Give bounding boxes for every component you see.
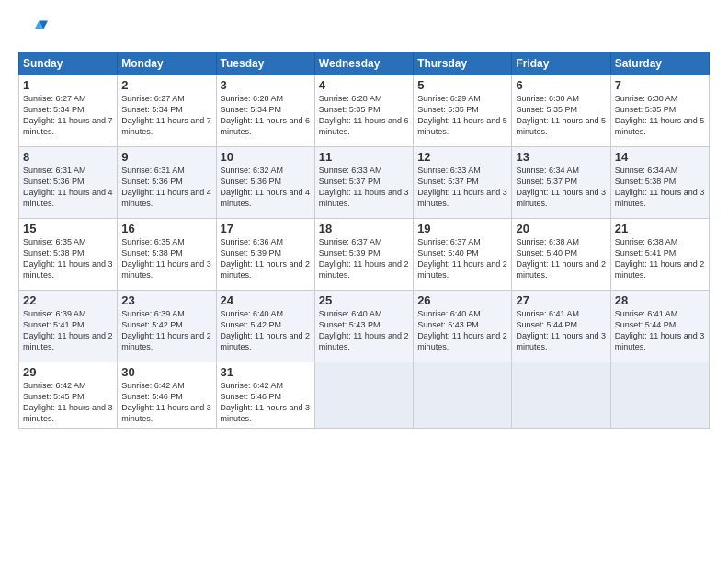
day-number: 8 <box>23 150 113 164</box>
day-number: 12 <box>417 150 507 164</box>
calendar-cell: 11Sunrise: 6:33 AMSunset: 5:37 PMDayligh… <box>314 147 413 219</box>
logo <box>18 15 51 44</box>
calendar-cell: 7Sunrise: 6:30 AMSunset: 5:35 PMDaylight… <box>610 75 709 147</box>
day-number: 2 <box>121 78 211 92</box>
calendar-header-friday: Friday <box>512 52 610 75</box>
calendar-cell: 26Sunrise: 6:40 AMSunset: 5:43 PMDayligh… <box>414 291 512 362</box>
day-number: 9 <box>121 150 211 164</box>
calendar-week-row: 22Sunrise: 6:39 AMSunset: 5:41 PMDayligh… <box>19 291 710 362</box>
cell-details: Sunrise: 6:39 AMSunset: 5:41 PMDaylight:… <box>23 308 113 353</box>
day-number: 21 <box>615 222 705 236</box>
calendar-header-wednesday: Wednesday <box>314 52 413 75</box>
header <box>18 15 710 44</box>
day-number: 4 <box>319 78 409 92</box>
calendar-header-row: SundayMondayTuesdayWednesdayThursdayFrid… <box>19 52 710 75</box>
calendar-cell: 29Sunrise: 6:42 AMSunset: 5:45 PMDayligh… <box>19 362 118 429</box>
calendar-week-row: 15Sunrise: 6:35 AMSunset: 5:38 PMDayligh… <box>19 219 710 291</box>
cell-details: Sunrise: 6:42 AMSunset: 5:46 PMDaylight:… <box>121 380 211 425</box>
day-number: 20 <box>516 222 606 236</box>
calendar-cell <box>610 362 709 429</box>
calendar-cell: 1Sunrise: 6:27 AMSunset: 5:34 PMDaylight… <box>19 75 118 147</box>
calendar-cell: 31Sunrise: 6:42 AMSunset: 5:46 PMDayligh… <box>216 362 314 429</box>
day-number: 6 <box>516 78 606 92</box>
calendar-cell: 8Sunrise: 6:31 AMSunset: 5:36 PMDaylight… <box>19 147 118 219</box>
cell-details: Sunrise: 6:40 AMSunset: 5:43 PMDaylight:… <box>319 308 409 353</box>
calendar-header-sunday: Sunday <box>19 52 118 75</box>
calendar-table: SundayMondayTuesdayWednesdayThursdayFrid… <box>18 52 710 429</box>
cell-details: Sunrise: 6:33 AMSunset: 5:37 PMDaylight:… <box>417 165 507 210</box>
cell-details: Sunrise: 6:33 AMSunset: 5:37 PMDaylight:… <box>319 165 409 210</box>
calendar-cell: 12Sunrise: 6:33 AMSunset: 5:37 PMDayligh… <box>414 147 512 219</box>
cell-details: Sunrise: 6:36 AMSunset: 5:39 PMDaylight:… <box>221 236 311 282</box>
calendar-cell: 5Sunrise: 6:29 AMSunset: 5:35 PMDaylight… <box>414 75 512 147</box>
calendar-cell: 19Sunrise: 6:37 AMSunset: 5:40 PMDayligh… <box>414 219 512 291</box>
cell-details: Sunrise: 6:42 AMSunset: 5:46 PMDaylight:… <box>221 380 311 425</box>
cell-details: Sunrise: 6:42 AMSunset: 5:45 PMDaylight:… <box>23 380 113 425</box>
calendar-cell: 17Sunrise: 6:36 AMSunset: 5:39 PMDayligh… <box>216 219 314 291</box>
cell-details: Sunrise: 6:41 AMSunset: 5:44 PMDaylight:… <box>615 308 705 353</box>
calendar-cell: 20Sunrise: 6:38 AMSunset: 5:40 PMDayligh… <box>512 219 610 291</box>
calendar-cell: 22Sunrise: 6:39 AMSunset: 5:41 PMDayligh… <box>19 291 118 362</box>
cell-details: Sunrise: 6:38 AMSunset: 5:40 PMDaylight:… <box>516 236 606 282</box>
cell-details: Sunrise: 6:41 AMSunset: 5:44 PMDaylight:… <box>516 308 606 353</box>
calendar-cell: 23Sunrise: 6:39 AMSunset: 5:42 PMDayligh… <box>118 291 216 362</box>
day-number: 10 <box>221 150 311 164</box>
page: SundayMondayTuesdayWednesdayThursdayFrid… <box>0 0 728 563</box>
cell-details: Sunrise: 6:27 AMSunset: 5:34 PMDaylight:… <box>23 93 113 138</box>
day-number: 27 <box>516 293 606 307</box>
day-number: 5 <box>417 78 507 92</box>
calendar-cell: 24Sunrise: 6:40 AMSunset: 5:42 PMDayligh… <box>216 291 314 362</box>
calendar-header-thursday: Thursday <box>414 52 512 75</box>
calendar-cell: 15Sunrise: 6:35 AMSunset: 5:38 PMDayligh… <box>19 219 118 291</box>
calendar-cell: 21Sunrise: 6:38 AMSunset: 5:41 PMDayligh… <box>610 219 709 291</box>
calendar-cell: 28Sunrise: 6:41 AMSunset: 5:44 PMDayligh… <box>610 291 709 362</box>
cell-details: Sunrise: 6:37 AMSunset: 5:40 PMDaylight:… <box>417 236 507 282</box>
day-number: 19 <box>417 222 507 236</box>
calendar-header-saturday: Saturday <box>610 52 709 75</box>
cell-details: Sunrise: 6:35 AMSunset: 5:38 PMDaylight:… <box>121 236 211 282</box>
cell-details: Sunrise: 6:40 AMSunset: 5:42 PMDaylight:… <box>221 308 311 353</box>
day-number: 30 <box>121 365 211 379</box>
calendar-cell <box>414 362 512 429</box>
calendar-cell: 3Sunrise: 6:28 AMSunset: 5:34 PMDaylight… <box>216 75 314 147</box>
calendar-cell: 4Sunrise: 6:28 AMSunset: 5:35 PMDaylight… <box>314 75 413 147</box>
cell-details: Sunrise: 6:27 AMSunset: 5:34 PMDaylight:… <box>121 93 211 138</box>
day-number: 16 <box>121 222 211 236</box>
day-number: 26 <box>417 293 507 307</box>
calendar-cell <box>512 362 610 429</box>
cell-details: Sunrise: 6:35 AMSunset: 5:38 PMDaylight:… <box>23 236 113 282</box>
day-number: 25 <box>319 293 409 307</box>
calendar-cell: 14Sunrise: 6:34 AMSunset: 5:38 PMDayligh… <box>610 147 709 219</box>
calendar-header-monday: Monday <box>118 52 216 75</box>
cell-details: Sunrise: 6:29 AMSunset: 5:35 PMDaylight:… <box>417 93 507 138</box>
calendar-cell: 30Sunrise: 6:42 AMSunset: 5:46 PMDayligh… <box>118 362 216 429</box>
day-number: 28 <box>615 293 705 307</box>
day-number: 29 <box>23 365 113 379</box>
calendar-cell: 16Sunrise: 6:35 AMSunset: 5:38 PMDayligh… <box>118 219 216 291</box>
cell-details: Sunrise: 6:39 AMSunset: 5:42 PMDaylight:… <box>121 308 211 353</box>
cell-details: Sunrise: 6:30 AMSunset: 5:35 PMDaylight:… <box>615 93 705 138</box>
cell-details: Sunrise: 6:37 AMSunset: 5:39 PMDaylight:… <box>319 236 409 282</box>
day-number: 11 <box>319 150 409 164</box>
calendar-cell: 10Sunrise: 6:32 AMSunset: 5:36 PMDayligh… <box>216 147 314 219</box>
logo-icon <box>18 15 48 44</box>
cell-details: Sunrise: 6:28 AMSunset: 5:35 PMDaylight:… <box>319 93 409 138</box>
cell-details: Sunrise: 6:40 AMSunset: 5:43 PMDaylight:… <box>417 308 507 353</box>
calendar-cell <box>314 362 413 429</box>
day-number: 24 <box>221 293 311 307</box>
calendar-cell: 18Sunrise: 6:37 AMSunset: 5:39 PMDayligh… <box>314 219 413 291</box>
cell-details: Sunrise: 6:38 AMSunset: 5:41 PMDaylight:… <box>615 236 705 282</box>
calendar-cell: 2Sunrise: 6:27 AMSunset: 5:34 PMDaylight… <box>118 75 216 147</box>
day-number: 22 <box>23 293 113 307</box>
calendar-cell: 27Sunrise: 6:41 AMSunset: 5:44 PMDayligh… <box>512 291 610 362</box>
day-number: 3 <box>221 78 311 92</box>
cell-details: Sunrise: 6:31 AMSunset: 5:36 PMDaylight:… <box>23 165 113 210</box>
calendar-cell: 9Sunrise: 6:31 AMSunset: 5:36 PMDaylight… <box>118 147 216 219</box>
day-number: 14 <box>615 150 705 164</box>
cell-details: Sunrise: 6:34 AMSunset: 5:38 PMDaylight:… <box>615 165 705 210</box>
calendar-week-row: 8Sunrise: 6:31 AMSunset: 5:36 PMDaylight… <box>19 147 710 219</box>
day-number: 1 <box>23 78 113 92</box>
day-number: 7 <box>615 78 705 92</box>
day-number: 13 <box>516 150 606 164</box>
day-number: 23 <box>121 293 211 307</box>
